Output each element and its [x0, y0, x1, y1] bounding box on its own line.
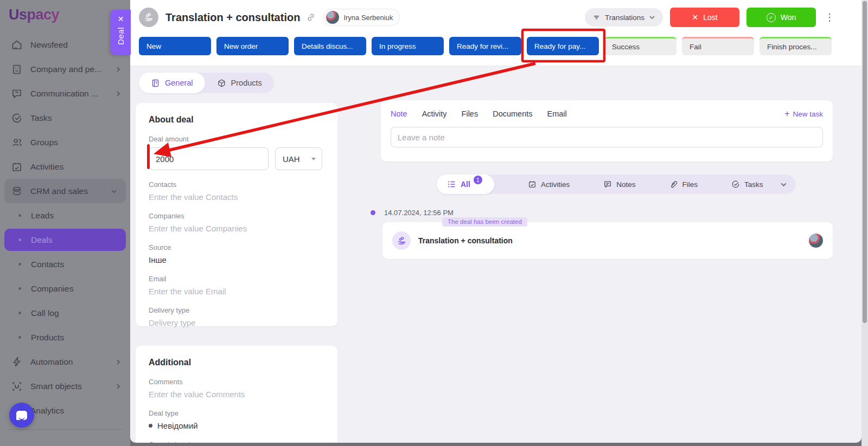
new-task-button[interactable]: + New task [784, 109, 823, 119]
building-icon [11, 63, 23, 75]
additional-title: Additional [149, 358, 324, 367]
sidebar-item-automation[interactable]: Automation [0, 350, 130, 374]
notebook-icon [151, 79, 160, 88]
deal-type-label: Deal type [149, 409, 324, 417]
calendar-icon [528, 180, 537, 189]
sidebar-item-deals[interactable]: Deals [4, 229, 126, 251]
bullet-icon [18, 238, 21, 241]
stage-success[interactable]: Success [604, 37, 676, 55]
paperclip-icon [669, 180, 678, 189]
sidebar-item-smart-objects[interactable]: Smart objects [0, 374, 130, 398]
chevron-down-icon [111, 188, 117, 195]
delivery-type-field[interactable]: Delivery type [149, 318, 324, 327]
deal-type-value[interactable]: Невідомий [149, 421, 324, 430]
stage-ready-for-payment[interactable]: Ready for pay... [527, 37, 599, 55]
sidebar-item-leads[interactable]: Leads [0, 203, 130, 228]
stage-finish-process[interactable]: Finish proces... [760, 37, 832, 55]
deal-type-avatar [139, 8, 158, 27]
stage-fail[interactable]: Fail [682, 37, 754, 55]
tab-email[interactable]: Email [547, 109, 567, 118]
won-button[interactable]: ✓ Won [746, 8, 816, 27]
owner-chip[interactable]: Iryna Serbeniuk [323, 9, 400, 26]
bullet-icon [18, 214, 21, 217]
note-input[interactable] [391, 127, 823, 147]
source-value[interactable]: Інше [149, 255, 324, 264]
stage-details-discussed[interactable]: Details discus... [294, 37, 366, 55]
sidebar-item-crm[interactable]: CRM and sales [4, 179, 126, 203]
additional-card: Additional Comments Enter the value Comm… [136, 346, 337, 443]
sidebar-item-company[interactable]: Company and pe... [0, 57, 130, 81]
stage-ready-for-review[interactable]: Ready for revi... [449, 37, 521, 55]
sidebar-item-tasks[interactable]: Tasks [0, 106, 130, 130]
email-field[interactable]: Enter the value Email [149, 287, 324, 296]
list-icon [448, 180, 456, 189]
sidebar-item-activities[interactable]: Activities [0, 154, 130, 179]
chevron-right-icon [115, 383, 122, 390]
pipeline-label: Translations [605, 14, 644, 22]
tab-note[interactable]: Note [391, 109, 407, 118]
completion-date-label: Completion date [149, 441, 324, 443]
close-icon[interactable]: ✕ [118, 14, 124, 24]
plus-icon: + [784, 109, 789, 119]
support-chat-button[interactable] [9, 403, 34, 428]
home-icon [11, 39, 23, 51]
filter-all[interactable]: All 1 [437, 174, 494, 194]
deal-amount-input[interactable] [149, 147, 269, 170]
event-title: Translation + consultation [418, 236, 513, 245]
cube-icon [217, 79, 226, 88]
sidebar-item-products[interactable]: Products [0, 325, 130, 350]
comments-field[interactable]: Enter the value Comments [149, 390, 324, 399]
deal-amount-label: Deal amount [149, 135, 324, 143]
pipeline-selector[interactable]: Translations [585, 8, 663, 27]
tab-activity[interactable]: Activity [422, 109, 447, 118]
tab-general[interactable]: General [139, 73, 205, 93]
more-menu-icon[interactable]: ⋮ [825, 11, 834, 23]
stage-new-order[interactable]: New order [216, 37, 289, 55]
sidebar-item-call-log[interactable]: Call log [0, 301, 130, 325]
chevron-down-icon[interactable] [780, 181, 787, 188]
sidebar-item-communication[interactable]: Communication ... [0, 81, 130, 106]
filter-files[interactable]: Files [669, 180, 698, 189]
filter-tasks[interactable]: Tasks [731, 180, 763, 189]
uspacy-logo[interactable]: Uspacy [9, 7, 59, 23]
deal-slideover-tab[interactable]: ✕ Deal [111, 10, 131, 55]
delivery-type-label: Delivery type [149, 306, 324, 314]
page-title: Translation + consultation [165, 11, 300, 24]
stage-new[interactable]: New [139, 37, 211, 55]
chat-phone-icon [11, 88, 23, 100]
stage-in-progress[interactable]: In progress [372, 37, 444, 55]
pipeline-stages: New New order Details discus... In progr… [139, 37, 832, 55]
calendar-icon [11, 161, 23, 173]
event-user-avatar [809, 234, 823, 248]
x-icon: ✕ [692, 13, 698, 22]
bullet-icon [149, 424, 152, 428]
comments-label: Comments [149, 378, 324, 386]
filter-notes[interactable]: Notes [603, 180, 635, 189]
owner-avatar [326, 11, 339, 24]
filter-activities[interactable]: Activities [528, 180, 570, 189]
funnel-icon [592, 14, 601, 22]
tab-documents[interactable]: Documents [493, 109, 532, 118]
timeline-event-card[interactable]: The deal has been created Translation + … [382, 222, 833, 259]
copy-link-icon[interactable] [306, 12, 316, 22]
companies-field[interactable]: Enter the value Companies [149, 224, 324, 233]
sidebar-item-companies[interactable]: Companies [0, 276, 130, 301]
lightning-icon [11, 356, 23, 368]
note-bubble-icon [603, 180, 612, 189]
chevron-right-icon [115, 359, 122, 365]
timeline-dot [371, 210, 375, 215]
source-label: Source [149, 243, 324, 251]
contacts-field[interactable]: Enter the value Contacts [149, 192, 324, 202]
deal-icon [392, 231, 411, 250]
timeline-date: 14.07.2024, 12:56 PM [384, 209, 454, 217]
sidebar-divider [8, 429, 123, 430]
sidebar-item-groups[interactable]: Groups [0, 130, 130, 154]
scrollbar-thumb[interactable] [863, 1, 867, 323]
tab-files[interactable]: Files [462, 109, 478, 118]
lost-button[interactable]: ✕ Lost [670, 8, 739, 27]
currency-select[interactable]: UAH [275, 147, 322, 170]
deal-icon [143, 12, 154, 23]
sidebar-item-contacts[interactable]: Contacts [0, 252, 130, 276]
tab-products[interactable]: Products [205, 73, 274, 93]
deal-panel: Translation + consultation Iryna Serbeni… [130, 0, 861, 443]
